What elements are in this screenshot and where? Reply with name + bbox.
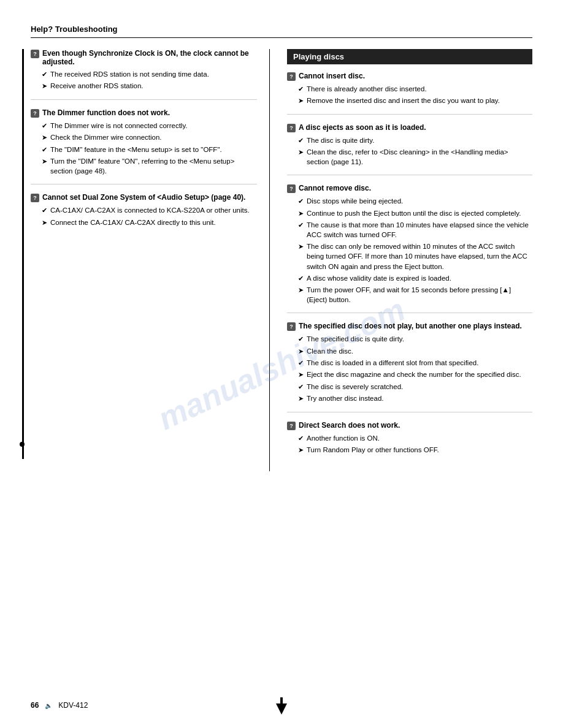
section-title-text-cannot-remove: Cannot remove disc. [299,184,371,192]
checkmark-icon: ✔ [42,145,47,154]
section-title-specified-disc: ? The specified disc does not play, but … [287,322,532,331]
page-header-title: Help? Troubleshooting [31,25,118,34]
section-title-text-specified-disc: The specified disc does not play, but an… [299,322,522,330]
question-icon-specified-disc: ? [287,322,296,331]
checkmark-icon: ✔ [298,274,304,283]
item-text: A disc whose validity date is expired is… [307,273,451,283]
question-icon-direct-search: ? [287,422,296,430]
section-title-text-cannot-insert: Cannot insert disc. [299,72,365,80]
checkmark-icon: ✔ [42,121,47,131]
arrow-icon: ➤ [42,157,47,166]
list-item: ✔ The "DIM" feature in the <Menu setup> … [31,145,257,154]
section-sync-clock: ? Even though Synchronize Clock is ON, t… [31,49,257,100]
list-item: ➤ Check the Dimmer wire connection. [31,132,257,142]
list-item: ➤ Eject the disc magazine and check the … [287,370,532,379]
question-icon-dimmer: ? [31,109,39,118]
item-text: Turn Random Play or other functions OFF. [307,445,439,455]
list-item: ✔ The disc is loaded in a different slot… [287,358,532,368]
list-item: ➤ Turn the power OFF, and wait for 15 se… [287,285,532,305]
item-text: Turn the power OFF, and wait for 15 seco… [307,285,532,305]
section-cannot-insert: ? Cannot insert disc. ✔ There is already… [287,72,532,115]
checkmark-icon: ✔ [298,434,304,443]
section-specified-disc: ? The specified disc does not play, but … [287,322,532,412]
item-text: The disc is loaded in a different slot f… [307,358,478,368]
left-vertical-bar [22,49,24,459]
item-text: Another function is ON. [307,433,380,443]
list-item: ✔ The Dimmer wire is not connected corre… [31,121,257,131]
arrow-icon: ➤ [298,347,304,356]
list-item: ✔ The received RDS station is not sendin… [31,69,257,79]
list-item: ➤ Remove the inserted disc and insert th… [287,96,532,105]
item-text: Disc stops while being ejected. [307,196,403,206]
right-column: Playing discs ? Cannot insert disc. ✔ Th… [287,49,532,471]
section-title-text-disc-ejects: A disc ejects as soon as it is loaded. [299,123,426,132]
checkmark-icon: ✔ [298,335,304,344]
list-item: ➤ Clean the disc, refer to <Disc cleanin… [287,147,532,167]
checkmark-icon: ✔ [298,197,304,206]
checkmark-icon: ✔ [298,136,304,145]
item-text: The disc is severely scratched. [307,382,403,392]
checkmark-icon: ✔ [298,358,304,368]
arrow-icon: ➤ [42,218,47,227]
question-icon-sync-clock: ? [31,50,39,58]
arrow-icon: ➤ [298,242,304,251]
page-footer: 66 🔈 KDV-412 [31,701,532,710]
question-icon-disc-ejects: ? [287,124,296,132]
item-text: Remove the inserted disc and insert the … [307,96,500,105]
item-text: Connect the CA-C1AX/ CA-C2AX directly to… [50,218,216,227]
item-text: Turn the "DIM" feature "ON", referring t… [50,156,257,176]
section-title-text-dimmer: The Dimmer function does not work. [42,108,170,117]
section-direct-search: ? Direct Search does not work. ✔ Another… [287,421,532,463]
section-title-cannot-insert: ? Cannot insert disc. [287,72,532,81]
list-item: ➤ Try another disc instead. [287,393,532,403]
checkmark-icon: ✔ [298,85,304,94]
item-text: The specified disc is quite dirty. [307,334,404,344]
section-title-dual-zone: ? Cannot set Dual Zone System of <Audio … [31,193,257,202]
checkmark-icon: ✔ [42,206,47,215]
item-text: The disc is quite dirty. [307,135,374,145]
question-icon-cannot-remove: ? [287,184,296,193]
list-item: ➤ Clean the disc. [287,346,532,356]
list-item: ➤ Turn Random Play or other functions OF… [287,445,532,455]
section-title-direct-search: ? Direct Search does not work. [287,421,532,430]
item-text: Continue to push the Eject button until … [307,208,521,218]
section-dual-zone: ? Cannot set Dual Zone System of <Audio … [31,193,257,235]
item-text: CA-C1AX/ CA-C2AX is connected to KCA-S22… [50,205,250,215]
item-text: The cause is that more than 10 minutes h… [307,220,532,240]
section-cannot-remove: ? Cannot remove disc. ✔ Disc stops while… [287,184,532,313]
section-disc-ejects: ? A disc ejects as soon as it is loaded.… [287,123,532,176]
list-item: ✔ The disc is quite dirty. [287,135,532,145]
section-title-text-sync-clock: Even though Synchronize Clock is ON, the… [42,49,257,66]
footer-page-number: 66 [31,701,39,710]
section-title-text-direct-search: Direct Search does not work. [299,421,400,430]
arrow-icon: ➤ [298,209,304,218]
playing-discs-header: Playing discs [287,49,532,64]
item-text: The Dimmer wire is not connected correct… [50,121,187,131]
list-item: ✔ The disc is severely scratched. [287,382,532,392]
footer-model: KDV-412 [58,701,88,710]
arrow-icon: ➤ [298,148,304,157]
checkmark-icon: ✔ [298,221,304,230]
item-text: Clean the disc. [307,346,353,356]
item-text: Eject the disc magazine and check the nu… [307,370,521,379]
checkmark-icon: ✔ [42,70,47,79]
arrow-icon: ➤ [298,370,304,379]
footer-speaker-icon: 🔈 [45,702,52,709]
list-item: ➤ The disc can only be removed within 10… [287,241,532,271]
list-item: ➤ Receive another RDS station. [31,81,257,91]
question-icon-cannot-insert: ? [287,72,296,81]
checkmark-icon: ✔ [298,382,304,392]
left-column: ? Even though Synchronize Clock is ON, t… [31,49,270,471]
item-text: Receive another RDS station. [50,81,144,91]
arrow-icon: ➤ [42,82,47,91]
list-item: ✔ A disc whose validity date is expired … [287,273,532,283]
item-text: The disc can only be removed within 10 m… [307,241,532,271]
content-columns: ? Even though Synchronize Clock is ON, t… [31,49,532,471]
page: Help? Troubleshooting ? Even though Sync… [0,0,563,728]
list-item: ✔ The specified disc is quite dirty. [287,334,532,344]
list-item: ➤ Turn the "DIM" feature "ON", referring… [31,156,257,176]
section-title-sync-clock: ? Even though Synchronize Clock is ON, t… [31,49,257,66]
list-item: ✔ CA-C1AX/ CA-C2AX is connected to KCA-S… [31,205,257,215]
list-item: ✔ The cause is that more than 10 minutes… [287,220,532,240]
arrow-icon: ➤ [298,446,304,455]
